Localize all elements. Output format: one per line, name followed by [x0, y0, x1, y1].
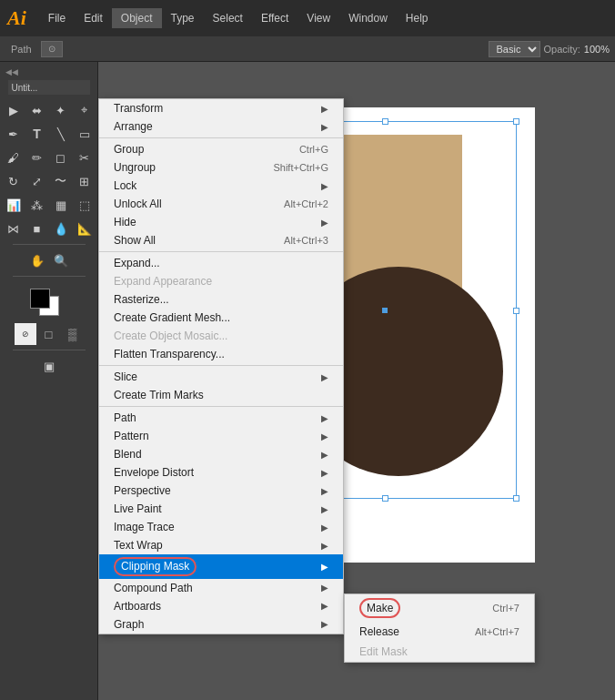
- column-graph[interactable]: ▦: [50, 194, 72, 216]
- clipping-mask-label: Clipping Mask: [114, 557, 197, 576]
- canvas-area: Transform ▶ Arrange ▶ Group Ctrl+G Ungro…: [98, 62, 615, 700]
- panel-tab-label: ◀◀: [0, 67, 18, 76]
- edit-mask-label: Edit Mask: [359, 645, 408, 658]
- handle-br: [513, 495, 519, 502]
- rotate-tool[interactable]: ↻: [3, 170, 25, 192]
- menu-item-perspective[interactable]: Perspective ▶: [99, 482, 343, 500]
- graph-tool[interactable]: 📊: [3, 194, 25, 216]
- path-icon[interactable]: ⊙: [41, 41, 63, 57]
- menu-item-image-trace[interactable]: Image Trace ▶: [99, 518, 343, 536]
- foreground-color-box[interactable]: [30, 289, 50, 309]
- direct-select-tool[interactable]: ⬌: [26, 99, 48, 121]
- menu-item-flatten-transparency[interactable]: Flatten Transparency...: [99, 345, 343, 363]
- menu-item-path[interactable]: Path ▶: [99, 409, 343, 427]
- release-shortcut: Alt+Ctrl+7: [475, 626, 519, 637]
- left-toolbar: ◀◀ Untit... ▶ ⬌ ✦ ⌖ ✒ T ╲ ▭ 🖌 ✏ ◻ ✂ ↻ ⤢ …: [0, 62, 98, 700]
- menu-item-transform[interactable]: Transform ▶: [99, 99, 343, 117]
- zoom-tool[interactable]: 🔍: [50, 249, 72, 271]
- eyedropper-tool[interactable]: 💧: [50, 218, 72, 239]
- menu-item-text-wrap[interactable]: Text Wrap ▶: [99, 536, 343, 554]
- eraser-tool[interactable]: ◻: [50, 147, 72, 168]
- tool-row-4: ↻ ⤢ 〜 ⊞: [3, 170, 96, 192]
- menu-item-gradient-mesh[interactable]: Create Gradient Mesh...: [99, 309, 343, 327]
- shape-tool[interactable]: ▭: [74, 123, 96, 145]
- make-label: Make: [359, 598, 400, 618]
- menu-item-slice[interactable]: Slice ▶: [99, 368, 343, 386]
- submenu-release[interactable]: Release Alt+Ctrl+7: [345, 622, 534, 642]
- make-shortcut: Ctrl+7: [492, 603, 519, 614]
- menu-item-clipping-mask[interactable]: Clipping Mask ▶: [99, 554, 343, 579]
- menu-window[interactable]: Window: [339, 8, 397, 28]
- magic-wand-tool[interactable]: ✦: [50, 99, 72, 121]
- menu-bar: Ai File Edit Object Type Select Effect V…: [0, 0, 615, 36]
- scale-tool[interactable]: ⤢: [26, 170, 48, 192]
- warp-tool[interactable]: 〜: [50, 170, 72, 192]
- menu-item-blend[interactable]: Blend ▶: [99, 445, 343, 463]
- line-tool[interactable]: ╲: [50, 123, 72, 145]
- menu-item-hide[interactable]: Hide ▶: [99, 213, 343, 231]
- free-transform[interactable]: ⊞: [74, 170, 96, 192]
- tool-row-2: ✒ T ╲ ▭: [3, 123, 96, 145]
- opacity-label: Opacity:: [544, 44, 580, 55]
- menu-item-rasterize[interactable]: Rasterize...: [99, 290, 343, 309]
- tool-row-5: 📊 ⁂ ▦ ⬚: [3, 194, 96, 216]
- hand-tool[interactable]: ✋: [26, 249, 48, 271]
- object-dropdown-menu: Transform ▶ Arrange ▶ Group Ctrl+G Ungro…: [98, 98, 344, 634]
- app-logo: Ai: [7, 6, 26, 30]
- menu-item-artboards[interactable]: Artboards ▶: [99, 597, 343, 615]
- menu-item-arrange[interactable]: Arrange ▶: [99, 117, 343, 136]
- gradient-icon[interactable]: ▒: [62, 323, 84, 345]
- menu-view[interactable]: View: [297, 8, 339, 28]
- toolbar2-right: Basic Opacity: 100%: [489, 41, 610, 57]
- blend-tool[interactable]: ⋈: [3, 218, 25, 239]
- menu-item-trim-marks[interactable]: Create Trim Marks: [99, 386, 343, 404]
- paintbrush-tool[interactable]: 🖌: [3, 147, 25, 168]
- tool-row-6: ⋈ ■ 💧 📐: [3, 218, 96, 239]
- path-label: Path: [5, 44, 37, 55]
- untitled-tab[interactable]: Untit...: [8, 80, 90, 95]
- screen-mode-btn[interactable]: ▣: [38, 355, 60, 377]
- menu-file[interactable]: File: [39, 8, 75, 28]
- menu-item-lock[interactable]: Lock ▶: [99, 177, 343, 195]
- color-mode-icon[interactable]: □: [38, 323, 60, 345]
- sep2: [99, 251, 343, 252]
- menu-item-group[interactable]: Group Ctrl+G: [99, 140, 343, 158]
- style-select[interactable]: Basic: [489, 41, 540, 57]
- pen-tool[interactable]: ✒: [3, 123, 25, 145]
- menu-item-envelope-distort[interactable]: Envelope Distort ▶: [99, 463, 343, 482]
- menu-item-pattern[interactable]: Pattern ▶: [99, 427, 343, 445]
- fill-none-icon[interactable]: ⊘: [15, 323, 36, 345]
- menu-item-unlock-all[interactable]: Unlock All Alt+Ctrl+2: [99, 195, 343, 213]
- handle-mr: [513, 308, 519, 314]
- tool-row-1: ▶ ⬌ ✦ ⌖: [3, 99, 96, 121]
- menu-item-live-paint[interactable]: Live Paint ▶: [99, 500, 343, 518]
- gradient-tool[interactable]: ■: [26, 218, 48, 239]
- menu-object[interactable]: Object: [112, 8, 162, 28]
- submenu-edit-mask: Edit Mask: [345, 642, 534, 662]
- scissors-tool[interactable]: ✂: [74, 147, 96, 168]
- menu-item-graph[interactable]: Graph ▶: [99, 615, 343, 634]
- menu-select[interactable]: Select: [204, 8, 252, 28]
- menu-edit[interactable]: Edit: [75, 8, 112, 28]
- lasso-tool[interactable]: ⌖: [74, 99, 96, 121]
- pencil-tool[interactable]: ✏: [26, 147, 48, 168]
- menu-help[interactable]: Help: [397, 8, 438, 28]
- menu-item-expand[interactable]: Expand...: [99, 254, 343, 272]
- select-tool[interactable]: ▶: [3, 99, 25, 121]
- main-area: ◀◀ Untit... ▶ ⬌ ✦ ⌖ ✒ T ╲ ▭ 🖌 ✏ ◻ ✂ ↻ ⤢ …: [0, 62, 615, 700]
- opacity-value: 100%: [584, 44, 610, 55]
- artboard-tool[interactable]: ⬚: [74, 194, 96, 216]
- clipping-mask-submenu: Make Ctrl+7 Release Alt+Ctrl+7 Edit Mask: [344, 593, 535, 663]
- menu-item-compound-path[interactable]: Compound Path ▶: [99, 579, 343, 597]
- submenu-make[interactable]: Make Ctrl+7: [345, 594, 534, 622]
- symbol-tool[interactable]: ⁂: [26, 194, 48, 216]
- sep3: [99, 365, 343, 366]
- menu-item-object-mosaic: Create Object Mosaic...: [99, 327, 343, 345]
- measure-tool[interactable]: 📐: [74, 218, 96, 239]
- menu-type[interactable]: Type: [162, 8, 204, 28]
- menu-item-ungroup[interactable]: Ungroup Shift+Ctrl+G: [99, 158, 343, 177]
- type-tool[interactable]: T: [26, 123, 48, 145]
- fill-stroke-row: ⊘ □ ▒: [15, 323, 84, 345]
- menu-item-show-all[interactable]: Show All Alt+Ctrl+3: [99, 231, 343, 249]
- menu-effect[interactable]: Effect: [252, 8, 297, 28]
